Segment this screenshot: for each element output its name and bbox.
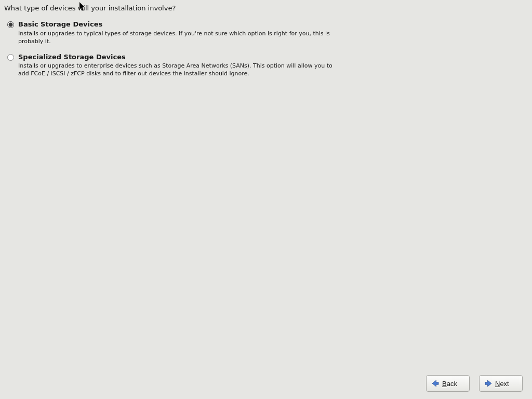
next-button[interactable]: Next bbox=[479, 375, 523, 392]
back-button[interactable]: Back bbox=[426, 375, 470, 392]
next-button-label: Next bbox=[495, 380, 509, 388]
radio-wrap bbox=[7, 53, 17, 62]
radio-wrap bbox=[7, 20, 17, 30]
footer-nav: Back Next bbox=[426, 375, 523, 392]
option-desc-basic: Installs or upgrades to typical types of… bbox=[18, 30, 334, 46]
radio-basic-storage[interactable] bbox=[7, 21, 14, 28]
option-specialized-storage[interactable]: Specialized Storage Devices Installs or … bbox=[0, 51, 532, 81]
arrow-right-icon bbox=[484, 379, 493, 388]
option-title-specialized: Specialized Storage Devices bbox=[18, 53, 334, 62]
option-desc-specialized: Installs or upgrades to enterprise devic… bbox=[18, 62, 334, 78]
option-basic-storage[interactable]: Basic Storage Devices Installs or upgrad… bbox=[0, 18, 532, 48]
radio-specialized-storage[interactable] bbox=[7, 54, 14, 61]
back-button-label: Back bbox=[442, 380, 457, 388]
page-question: What type of devices will your installat… bbox=[0, 0, 532, 15]
arrow-left-icon bbox=[431, 379, 440, 388]
option-title-basic: Basic Storage Devices bbox=[18, 20, 334, 29]
option-text: Basic Storage Devices Installs or upgrad… bbox=[17, 20, 334, 46]
option-text: Specialized Storage Devices Installs or … bbox=[17, 53, 334, 78]
